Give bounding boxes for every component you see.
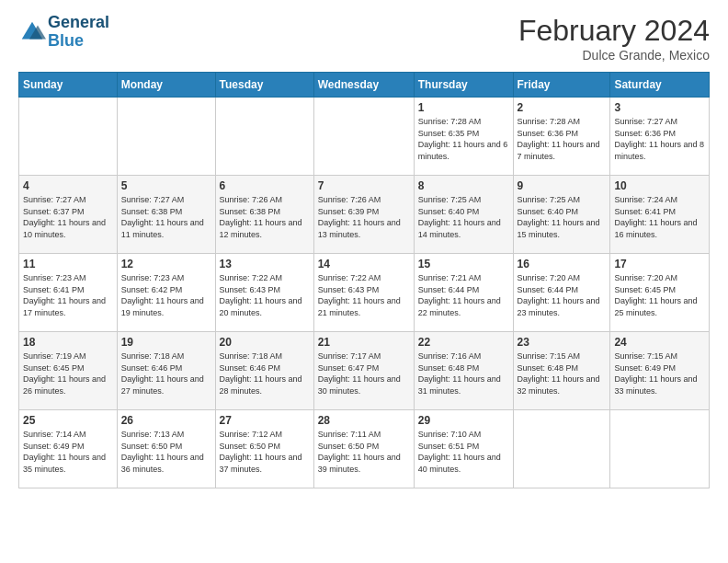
day-cell bbox=[513, 410, 610, 488]
week-row-0: 1Sunrise: 7:28 AM Sunset: 6:35 PM Daylig… bbox=[19, 98, 710, 176]
day-number: 13 bbox=[220, 258, 310, 270]
day-cell: 5Sunrise: 7:27 AM Sunset: 6:38 PM Daylig… bbox=[117, 176, 215, 254]
week-row-4: 25Sunrise: 7:14 AM Sunset: 6:49 PM Dayli… bbox=[19, 410, 710, 488]
logo-icon bbox=[18, 18, 46, 46]
day-info: Sunrise: 7:25 AM Sunset: 6:40 PM Dayligh… bbox=[518, 194, 607, 240]
day-cell: 22Sunrise: 7:16 AM Sunset: 6:48 PM Dayli… bbox=[414, 332, 513, 410]
day-info: Sunrise: 7:11 AM Sunset: 6:50 PM Dayligh… bbox=[318, 429, 410, 475]
day-cell: 8Sunrise: 7:25 AM Sunset: 6:40 PM Daylig… bbox=[414, 176, 513, 254]
day-cell: 7Sunrise: 7:26 AM Sunset: 6:39 PM Daylig… bbox=[313, 176, 414, 254]
day-number: 17 bbox=[614, 258, 705, 270]
calendar-header: SundayMondayTuesdayWednesdayThursdayFrid… bbox=[19, 73, 710, 98]
day-cell bbox=[215, 98, 313, 176]
day-cell: 10Sunrise: 7:24 AM Sunset: 6:41 PM Dayli… bbox=[610, 176, 710, 254]
day-info: Sunrise: 7:10 AM Sunset: 6:51 PM Dayligh… bbox=[418, 429, 509, 475]
title-block: February 2024 Dulce Grande, Mexico bbox=[518, 14, 710, 63]
day-number: 5 bbox=[121, 179, 211, 192]
header-cell-tuesday: Tuesday bbox=[215, 73, 313, 98]
day-info: Sunrise: 7:13 AM Sunset: 6:50 PM Dayligh… bbox=[121, 429, 211, 475]
logo-line1: General bbox=[48, 14, 109, 32]
day-cell: 27Sunrise: 7:12 AM Sunset: 6:50 PM Dayli… bbox=[215, 410, 313, 488]
header-row: SundayMondayTuesdayWednesdayThursdayFrid… bbox=[19, 73, 710, 98]
day-number: 1 bbox=[418, 101, 509, 114]
header-cell-saturday: Saturday bbox=[610, 73, 710, 98]
day-cell: 25Sunrise: 7:14 AM Sunset: 6:49 PM Dayli… bbox=[19, 410, 118, 488]
day-cell: 21Sunrise: 7:17 AM Sunset: 6:47 PM Dayli… bbox=[313, 332, 414, 410]
day-number: 24 bbox=[614, 336, 705, 349]
month-title: February 2024 bbox=[518, 14, 710, 48]
header-cell-friday: Friday bbox=[513, 73, 610, 98]
day-number: 19 bbox=[121, 336, 211, 349]
day-cell: 15Sunrise: 7:21 AM Sunset: 6:44 PM Dayli… bbox=[414, 254, 513, 332]
week-row-3: 18Sunrise: 7:19 AM Sunset: 6:45 PM Dayli… bbox=[19, 332, 710, 410]
day-cell bbox=[313, 98, 414, 176]
day-info: Sunrise: 7:14 AM Sunset: 6:49 PM Dayligh… bbox=[23, 429, 113, 475]
day-number: 12 bbox=[121, 258, 211, 270]
day-number: 4 bbox=[23, 179, 113, 192]
day-info: Sunrise: 7:23 AM Sunset: 6:42 PM Dayligh… bbox=[121, 272, 211, 318]
day-number: 23 bbox=[518, 336, 607, 349]
day-number: 8 bbox=[418, 179, 509, 192]
header-cell-monday: Monday bbox=[117, 73, 215, 98]
day-info: Sunrise: 7:27 AM Sunset: 6:37 PM Dayligh… bbox=[23, 194, 113, 240]
day-info: Sunrise: 7:22 AM Sunset: 6:43 PM Dayligh… bbox=[318, 272, 410, 318]
day-number: 21 bbox=[318, 336, 410, 349]
day-info: Sunrise: 7:26 AM Sunset: 6:38 PM Dayligh… bbox=[220, 194, 310, 240]
day-info: Sunrise: 7:24 AM Sunset: 6:41 PM Dayligh… bbox=[614, 194, 705, 240]
day-cell: 1Sunrise: 7:28 AM Sunset: 6:35 PM Daylig… bbox=[414, 98, 513, 176]
week-row-1: 4Sunrise: 7:27 AM Sunset: 6:37 PM Daylig… bbox=[19, 176, 710, 254]
day-cell: 23Sunrise: 7:15 AM Sunset: 6:48 PM Dayli… bbox=[513, 332, 610, 410]
day-cell: 16Sunrise: 7:20 AM Sunset: 6:44 PM Dayli… bbox=[513, 254, 610, 332]
day-info: Sunrise: 7:20 AM Sunset: 6:45 PM Dayligh… bbox=[614, 272, 705, 318]
page: General Blue February 2024 Dulce Grande,… bbox=[0, 0, 728, 502]
day-cell: 12Sunrise: 7:23 AM Sunset: 6:42 PM Dayli… bbox=[117, 254, 215, 332]
day-number: 16 bbox=[518, 258, 607, 270]
header-cell-wednesday: Wednesday bbox=[313, 73, 414, 98]
day-number: 18 bbox=[23, 336, 113, 349]
day-cell: 17Sunrise: 7:20 AM Sunset: 6:45 PM Dayli… bbox=[610, 254, 710, 332]
day-info: Sunrise: 7:19 AM Sunset: 6:45 PM Dayligh… bbox=[23, 350, 113, 396]
day-cell: 11Sunrise: 7:23 AM Sunset: 6:41 PM Dayli… bbox=[19, 254, 118, 332]
day-info: Sunrise: 7:12 AM Sunset: 6:50 PM Dayligh… bbox=[220, 429, 310, 475]
logo-text: General Blue bbox=[48, 14, 109, 51]
day-info: Sunrise: 7:27 AM Sunset: 6:36 PM Dayligh… bbox=[614, 116, 705, 162]
day-number: 29 bbox=[418, 414, 509, 427]
day-number: 28 bbox=[318, 414, 410, 427]
day-number: 20 bbox=[220, 336, 310, 349]
day-cell: 24Sunrise: 7:15 AM Sunset: 6:49 PM Dayli… bbox=[610, 332, 710, 410]
day-cell: 9Sunrise: 7:25 AM Sunset: 6:40 PM Daylig… bbox=[513, 176, 610, 254]
day-cell bbox=[19, 98, 118, 176]
day-info: Sunrise: 7:20 AM Sunset: 6:44 PM Dayligh… bbox=[518, 272, 607, 318]
day-info: Sunrise: 7:21 AM Sunset: 6:44 PM Dayligh… bbox=[418, 272, 509, 318]
logo-line2: Blue bbox=[48, 32, 109, 51]
day-number: 22 bbox=[418, 336, 509, 349]
day-number: 9 bbox=[518, 179, 607, 192]
week-row-2: 11Sunrise: 7:23 AM Sunset: 6:41 PM Dayli… bbox=[19, 254, 710, 332]
day-number: 14 bbox=[318, 258, 410, 270]
header: General Blue February 2024 Dulce Grande,… bbox=[18, 14, 710, 63]
day-number: 7 bbox=[318, 179, 410, 192]
day-cell: 6Sunrise: 7:26 AM Sunset: 6:38 PM Daylig… bbox=[215, 176, 313, 254]
day-cell: 19Sunrise: 7:18 AM Sunset: 6:46 PM Dayli… bbox=[117, 332, 215, 410]
day-cell bbox=[117, 98, 215, 176]
day-info: Sunrise: 7:28 AM Sunset: 6:35 PM Dayligh… bbox=[418, 116, 509, 162]
day-info: Sunrise: 7:22 AM Sunset: 6:43 PM Dayligh… bbox=[220, 272, 310, 318]
day-info: Sunrise: 7:26 AM Sunset: 6:39 PM Dayligh… bbox=[318, 194, 410, 240]
day-info: Sunrise: 7:27 AM Sunset: 6:38 PM Dayligh… bbox=[121, 194, 211, 240]
calendar-table: SundayMondayTuesdayWednesdayThursdayFrid… bbox=[18, 72, 710, 488]
calendar-body: 1Sunrise: 7:28 AM Sunset: 6:35 PM Daylig… bbox=[19, 98, 710, 488]
day-cell: 14Sunrise: 7:22 AM Sunset: 6:43 PM Dayli… bbox=[313, 254, 414, 332]
day-number: 3 bbox=[614, 101, 705, 114]
header-cell-thursday: Thursday bbox=[414, 73, 513, 98]
day-number: 6 bbox=[220, 179, 310, 192]
day-cell: 26Sunrise: 7:13 AM Sunset: 6:50 PM Dayli… bbox=[117, 410, 215, 488]
day-cell: 20Sunrise: 7:18 AM Sunset: 6:46 PM Dayli… bbox=[215, 332, 313, 410]
day-cell: 18Sunrise: 7:19 AM Sunset: 6:45 PM Dayli… bbox=[19, 332, 118, 410]
location: Dulce Grande, Mexico bbox=[518, 48, 710, 63]
day-number: 11 bbox=[23, 258, 113, 270]
day-number: 26 bbox=[121, 414, 211, 427]
day-number: 27 bbox=[220, 414, 310, 427]
day-cell: 29Sunrise: 7:10 AM Sunset: 6:51 PM Dayli… bbox=[414, 410, 513, 488]
day-info: Sunrise: 7:25 AM Sunset: 6:40 PM Dayligh… bbox=[418, 194, 509, 240]
day-cell: 3Sunrise: 7:27 AM Sunset: 6:36 PM Daylig… bbox=[610, 98, 710, 176]
